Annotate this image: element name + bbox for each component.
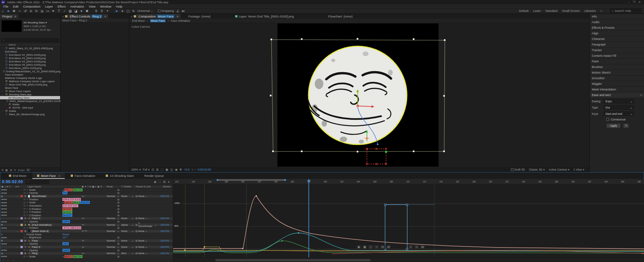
snapshot-icon[interactable]: ⌾ <box>192 168 193 172</box>
view-layout-select[interactable]: 1 View▾ <box>573 168 584 171</box>
tab-layer[interactable]: Layer: Moon End Title_[0001-0100].png <box>233 14 296 18</box>
blend-mode-select[interactable]: Normal⌄ <box>106 230 120 233</box>
timeline-option-icon-1[interactable]: ⛶ <box>159 180 161 184</box>
timeline-bottom-toggles[interactable] <box>1 259 15 262</box>
blend-mode-select[interactable]: Normal⌄ <box>106 246 120 248</box>
tab-effect-controls[interactable]: Effect Controls Ring 2 ≡ <box>67 14 108 18</box>
puppet-pin-tool[interactable]: ✱ <box>84 9 90 13</box>
blend-mode-select[interactable]: Normal⌄ <box>106 239 120 242</box>
menu-composition[interactable]: Composition <box>21 5 43 8</box>
ease-and-wizz-panel-header[interactable]: Ease and wizz ≡ <box>590 92 644 98</box>
viewer-option-icon-6[interactable]: ✥ <box>180 168 182 171</box>
property-value[interactable]: 16.7 <box>62 236 117 239</box>
keyframe-navigator[interactable]: ◀ ◆ ▶ <box>0 243 16 245</box>
layer-row[interactable]: ◉⌄2▉MoonRotate⊛ ∕Normal⌄None⌄◎None⌄100.0… <box>0 195 173 198</box>
project-item[interactable]: ▦Face Animation <box>0 73 60 76</box>
project-item[interactable]: ◫End Moon V3_[0001-0100].png <box>0 56 60 60</box>
layer-row[interactable]: ◉⌄8ARing⊛ ∕Normal⌄AInv⌄◎None⌄100.0% <box>0 252 173 255</box>
blend-mode-select[interactable]: Normal⌄ <box>106 252 120 255</box>
project-footer-icon-2[interactable]: ⊞ <box>10 169 12 172</box>
layer-name[interactable]: Face 2 <box>31 217 41 220</box>
axis-mode-icon-0[interactable]: ⚲ <box>93 9 99 13</box>
preview-item-name[interactable]: A4 Shooting Stars ▾ <box>23 21 51 24</box>
property-row[interactable]: ◀ ◆ ▶◷∿Position479.0,727.4,0.0◎ <box>0 198 173 201</box>
channels-icon[interactable]: ∕ <box>195 168 196 171</box>
selection-tool[interactable]: ➤ <box>6 9 11 13</box>
panel-smoother[interactable]: Smoother <box>590 76 644 81</box>
graph-editor[interactable]: 12f14f16f18f20f22f24f26f28f00f02f04f06f0… <box>173 179 644 262</box>
keyframe-navigator[interactable]: ◀ ◆ ▶ <box>0 201 16 204</box>
graph-tool-icon-1[interactable]: ▦ <box>362 245 367 249</box>
panel-effects-presets[interactable]: Effects & Presets <box>590 25 644 31</box>
trkmat-select[interactable]: None⌄ <box>120 230 135 233</box>
property-row[interactable]: ◀ ◆ ▶◷∿Scale∞642.0,642.0%◎ <box>0 188 173 192</box>
gizmo-icon-2[interactable]: ▢ <box>125 9 131 13</box>
property-row[interactable]: ◀ ◆ ▶◷∿Scale∞642.0,642.0%◎ <box>0 255 173 258</box>
tab-composition[interactable]: Composition Moon Face ≡ <box>136 14 181 18</box>
scrollbar-thumb[interactable] <box>215 259 371 261</box>
property-value[interactable]: -47.0,-236.0,0.0 <box>62 226 117 229</box>
layer-label-color[interactable] <box>19 240 23 242</box>
search-help-input[interactable]: ⌕Search Help <box>610 9 641 14</box>
workspace-default[interactable]: Default <box>519 9 529 13</box>
project-item[interactable]: ▯Stars_6K_MediumOrange.png <box>0 113 60 116</box>
window-controls[interactable]: –❐✕ <box>628 1 643 4</box>
panel-character[interactable]: Character <box>590 36 644 42</box>
keys-select[interactable]: Start and end⌄ <box>604 112 634 116</box>
pen-tool[interactable]: ✒ <box>51 9 56 13</box>
keyframe-navigator[interactable]: ◀ ◆ ▶ <box>0 188 16 191</box>
clone-stamp-tool[interactable]: ▨ <box>67 9 73 13</box>
trkmat-select[interactable]: Alpha⌄ <box>120 223 135 226</box>
parent-link-select[interactable]: ◎None⌄ <box>135 230 157 233</box>
property-row[interactable]: ◀ ◆ ▶◷∿Opacity100%◎ <box>0 249 173 252</box>
composition-viewer[interactable]: Active Camera <box>129 23 589 167</box>
project-item[interactable]: ◫End Moon V2_[0001-0100].png <box>0 53 60 56</box>
timeline-tab-face-animation[interactable]: Face Animation <box>66 173 100 179</box>
viewer-option-icon-2[interactable]: ⬚ <box>161 168 163 171</box>
graph-zoom-icon-2[interactable]: ⋈ <box>420 245 425 249</box>
visibility-toggle[interactable]: ◉ <box>0 223 16 226</box>
project-item[interactable]: ◫End Moon V4_[0001-0100].png <box>0 60 60 63</box>
roto-brush-tool[interactable]: ✦ <box>79 9 84 13</box>
menu-file[interactable]: File <box>1 5 10 8</box>
property-value[interactable]: ∞100.0,88.6,100.0% <box>62 201 117 204</box>
property-value[interactable]: 33% <box>62 242 117 245</box>
snap-option-icon-0[interactable]: ∠ <box>175 9 181 13</box>
orbit-camera-tool[interactable]: ↺ <box>22 9 28 13</box>
menu-layer[interactable]: Layer <box>43 5 55 8</box>
layer-row[interactable]: ⌄7AFace 3⊛ ∕Normal⌄None⌄◎None⌄100.0% <box>0 246 173 249</box>
trkmat-select[interactable]: None⌄ <box>120 195 135 198</box>
layer-label-color[interactable] <box>19 195 23 197</box>
property-row[interactable]: ◀ ◆ ▶◷∿Y Rotation0x+0.0°◎ <box>0 211 173 214</box>
camera-view-select[interactable]: Active Camera▾ <box>549 168 569 171</box>
layer-name[interactable]: Face 3 <box>31 246 41 248</box>
keyframe-navigator[interactable]: ◀ ◆ ▶ <box>0 208 16 210</box>
curvaceous-checkbox[interactable] <box>606 118 609 121</box>
project-item[interactable]: ⌄▤Shooting Stars.aep <box>0 93 60 96</box>
effect-reset-link[interactable]: Reset <box>62 233 69 236</box>
trkmat-select[interactable]: None⌄ <box>120 246 135 248</box>
property-value[interactable]: ∞642.0,642.0% <box>62 188 117 191</box>
layer-label-color[interactable] <box>19 246 23 248</box>
timeline-search-input[interactable]: ⌕ <box>26 180 49 184</box>
parent-link-select[interactable]: ◎None⌄ <box>135 252 157 255</box>
workspace-libraries[interactable]: Libraries <box>584 9 596 13</box>
graph-tool-icon-0[interactable]: ◉ <box>356 245 361 249</box>
panel-brushes[interactable]: Brushes <box>590 64 644 70</box>
name-column-header[interactable]: Name <box>9 43 16 46</box>
viewer-option-icon-5[interactable]: ◉ <box>175 168 178 171</box>
layer-label-color[interactable] <box>19 224 23 226</box>
panel-wiggler[interactable]: Wiggler <box>590 81 644 87</box>
parent-link-select[interactable]: ◎None⌄ <box>135 217 157 220</box>
graph-horizontal-scrollbar[interactable] <box>173 259 644 261</box>
panel-menu-icon[interactable]: ≡ <box>640 93 642 97</box>
menu-effect[interactable]: Effect <box>55 5 67 8</box>
project-footer-icon-3[interactable]: ✈ <box>14 169 16 172</box>
time-ruler[interactable]: 12f14f16f18f20f22f24f26f28f00f02f04f06f0… <box>173 179 644 184</box>
trkmat-select[interactable]: None⌄ <box>120 217 135 220</box>
type-tool[interactable]: T <box>56 9 62 13</box>
tab-flowchart[interactable]: Flowchart: (none) <box>326 14 355 18</box>
project-item[interactable]: ◫Moon End Title_[0001-0100].png <box>0 83 60 86</box>
axis-mode-icon-1[interactable]: ⚲ <box>99 9 105 13</box>
property-value[interactable]: 479.0,727.4,0.0 <box>62 198 117 201</box>
